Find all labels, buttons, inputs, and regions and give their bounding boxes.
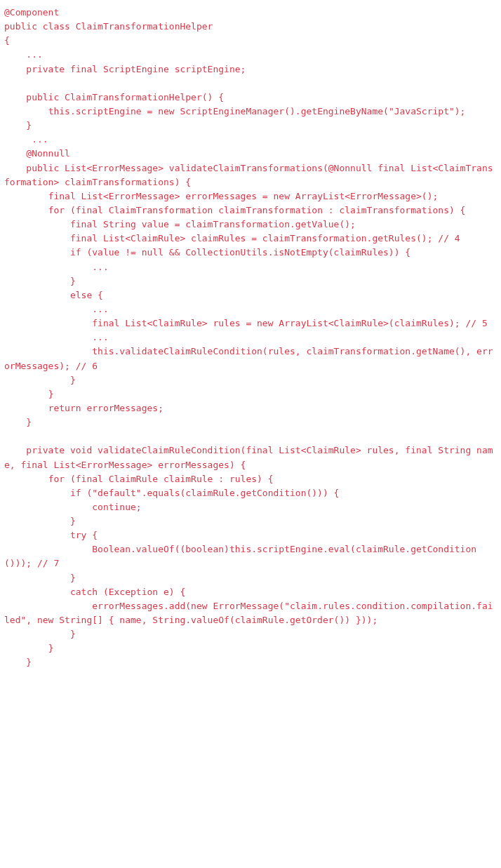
code-block: @Component public class ClaimTransformat… bbox=[0, 0, 501, 676]
